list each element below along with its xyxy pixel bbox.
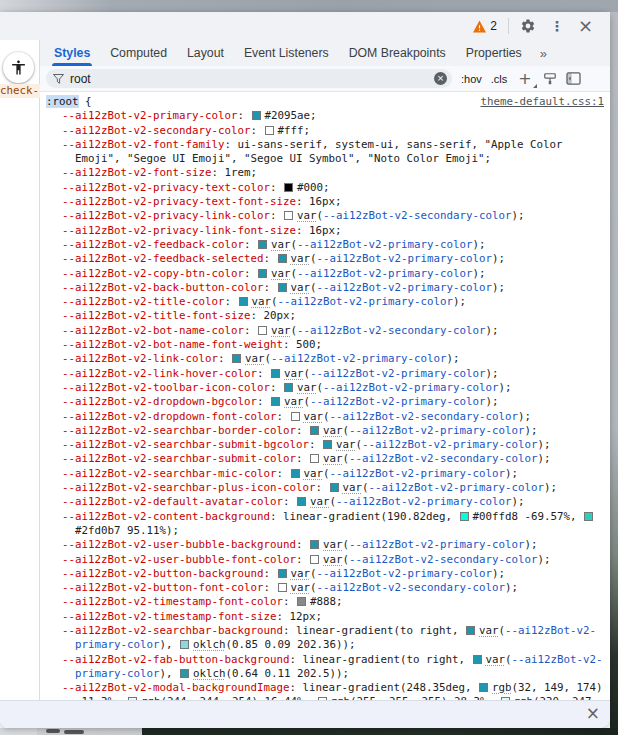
css-declaration[interactable]: --ai12zBot-v2-dropdown-bgcolor: var(--ai… xyxy=(46,395,604,409)
css-function-name[interactable]: var xyxy=(304,410,324,423)
css-function-name[interactable]: var xyxy=(323,452,343,465)
css-declaration[interactable]: --ai12zBot-v2-privacy-link-color: var(--… xyxy=(46,209,604,223)
css-variable-link[interactable]: --ai12zBot-v2-primary-color xyxy=(310,395,486,408)
color-swatch[interactable] xyxy=(265,126,274,135)
css-variable-link[interactable]: --ai12zBot-v2-primary-color xyxy=(271,352,447,365)
css-variable-link[interactable]: --ai12zBot-v2-primary-color xyxy=(297,267,473,280)
rule-selector[interactable]: :root xyxy=(46,95,79,108)
css-function-name[interactable]: var xyxy=(245,352,265,365)
css-variable-link[interactable]: --ai12zBot-v2-primary-color xyxy=(317,252,493,265)
property-name[interactable]: --ai12zBot-v2-timestamp-font-size xyxy=(62,610,277,623)
css-declaration[interactable]: --ai12zBot-v2-toolbar-icon-color: var(--… xyxy=(46,381,604,395)
property-name[interactable]: --ai12zBot-v2-feedback-selected xyxy=(62,252,264,265)
css-function-name[interactable]: var xyxy=(291,567,311,580)
css-variable-link[interactable]: --ai12zBot-v2-primary-color xyxy=(317,281,493,294)
color-swatch[interactable] xyxy=(310,555,319,564)
css-declaration[interactable]: --ai12zBot-v2-title-color: var(--ai12zBo… xyxy=(46,295,604,309)
styles-rules-area[interactable]: theme-default.css:1 :root { --ai12zBot-v… xyxy=(40,92,610,700)
css-declaration[interactable]: --ai12zBot-v2-title-font-size: 20px; xyxy=(46,309,604,323)
color-swatch[interactable] xyxy=(278,569,287,578)
property-name[interactable]: --ai12zBot-v2-privacy-link-color xyxy=(62,209,270,222)
color-swatch[interactable] xyxy=(232,354,241,363)
property-name[interactable]: --ai12zBot-v2-privacy-text-font-size xyxy=(62,195,296,208)
color-swatch[interactable] xyxy=(291,469,300,478)
color-swatch[interactable] xyxy=(460,512,469,521)
property-name[interactable]: --ai12zBot-v2-bot-name-font-weight xyxy=(62,338,283,351)
css-declaration[interactable]: --ai12zBot-v2-feedback-color: var(--ai12… xyxy=(46,238,604,252)
property-name[interactable]: --ai12zBot-v2-button-font-color xyxy=(62,581,264,594)
color-swatch[interactable] xyxy=(310,454,319,463)
css-declaration[interactable]: --ai12zBot-v2-fab-button-background: lin… xyxy=(46,653,604,682)
color-swatch[interactable] xyxy=(284,183,293,192)
property-name[interactable]: --ai12zBot-v2-primary-color xyxy=(62,109,238,122)
css-function-name[interactable]: var xyxy=(323,538,343,551)
property-name[interactable]: --ai12zBot-v2-user-bubble-font-color xyxy=(62,553,296,566)
color-swatch[interactable] xyxy=(258,269,267,278)
css-variable-link[interactable]: --ai12zBot-v2-primary-color xyxy=(323,381,499,394)
css-function-name[interactable]: var xyxy=(271,267,291,280)
css-variable-link[interactable]: --ai12zBot-v2-primary-color xyxy=(297,238,473,251)
css-declaration[interactable]: --ai12zBot-v2-privacy-text-font-size: 16… xyxy=(46,195,604,209)
css-function-name[interactable]: var xyxy=(343,481,363,494)
new-style-rule-button[interactable]: + xyxy=(516,71,533,87)
color-swatch[interactable] xyxy=(466,626,475,635)
css-declaration[interactable]: --ai12zBot-v2-searchbar-submit-bgcolor: … xyxy=(46,438,604,452)
color-swatch[interactable] xyxy=(284,383,293,392)
property-name[interactable]: --ai12zBot-v2-searchbar-border-color xyxy=(62,424,296,437)
css-function-name[interactable]: var xyxy=(310,495,330,508)
css-function-name[interactable]: var xyxy=(291,581,311,594)
color-swatch[interactable] xyxy=(479,683,488,692)
color-swatch[interactable] xyxy=(473,655,482,664)
toggle-element-state-button[interactable]: :hov xyxy=(461,73,482,85)
property-name[interactable]: --ai12zBot-v2-user-bubble-background xyxy=(62,538,296,551)
property-name[interactable]: --ai12zBot-v2-dropdown-bgcolor xyxy=(62,395,257,408)
toggle-sidebar-button[interactable] xyxy=(566,72,581,85)
css-declaration[interactable]: --ai12zBot-v2-searchbar-plus-icon-color:… xyxy=(46,481,604,495)
css-declaration[interactable]: --ai12zBot-v2-privacy-text-color: #000; xyxy=(46,181,604,195)
property-name[interactable]: --ai12zBot-v2-feedback-color xyxy=(62,238,244,251)
element-attribute-fragment[interactable]: check- xyxy=(0,84,40,98)
css-function-name[interactable]: rgb xyxy=(492,681,512,694)
property-name[interactable]: --ai12zBot-v2-secondary-color xyxy=(62,124,251,137)
css-function-name[interactable]: oklch xyxy=(193,667,226,680)
css-declaration[interactable]: --ai12zBot-v2-default-avatar-color: var(… xyxy=(46,495,604,509)
color-swatch[interactable] xyxy=(271,397,280,406)
accessibility-widget[interactable] xyxy=(3,52,34,83)
css-variable-link[interactable]: --ai12zBot-v2-primary-color xyxy=(330,467,506,480)
css-function-name[interactable]: var xyxy=(336,438,356,451)
css-declaration[interactable]: --ai12zBot-v2-copy-btn-color: var(--ai12… xyxy=(46,267,604,281)
color-swatch[interactable] xyxy=(310,540,319,549)
css-variable-link[interactable]: --ai12zBot-v2-primary-color xyxy=(278,295,454,308)
css-declaration[interactable]: --ai12zBot-v2-bot-name-font-weight: 500; xyxy=(46,338,604,352)
css-declaration[interactable]: --ai12zBot-v2-timestamp-font-color: #888… xyxy=(46,595,604,609)
property-name[interactable]: --ai12zBot-v2-default-avatar-color xyxy=(62,495,283,508)
css-variable-link[interactable]: --ai12zBot-v2-primary-color xyxy=(310,367,486,380)
css-declaration[interactable]: --ai12zBot-v2-user-bubble-background: va… xyxy=(46,538,604,552)
color-swatch[interactable] xyxy=(258,326,267,335)
clear-filter-button[interactable]: × xyxy=(434,72,447,85)
tab-dom-breakpoints[interactable]: DOM Breakpoints xyxy=(339,40,456,66)
property-name[interactable]: --ai12zBot-v2-modal-backgroundImage xyxy=(62,681,290,694)
tab-properties[interactable]: Properties xyxy=(456,40,532,66)
property-name[interactable]: --ai12zBot-v2-searchbar-submit-bgcolor xyxy=(62,438,309,451)
close-drawer-button[interactable]: × xyxy=(586,705,600,722)
color-swatch[interactable] xyxy=(297,597,306,606)
color-swatch[interactable] xyxy=(252,111,261,120)
css-declaration[interactable]: --ai12zBot-v2-user-bubble-font-color: va… xyxy=(46,553,604,567)
css-variable-link[interactable]: --ai12zBot-v2-primary-color xyxy=(349,424,525,437)
css-declaration[interactable]: --ai12zBot-v2-dropdown-font-color: var(-… xyxy=(46,410,604,424)
css-declaration[interactable]: --ai12zBot-v2-timestamp-font-size: 12px; xyxy=(46,610,604,624)
css-variable-link[interactable]: --ai12zBot-v2-primary-color xyxy=(336,495,512,508)
color-swatch[interactable] xyxy=(297,497,306,506)
css-declaration[interactable]: --ai12zBot-v2-secondary-color: #fff; xyxy=(46,124,604,138)
more-options-button[interactable]: ⋮ xyxy=(543,14,571,38)
rendering-emulation-button[interactable] xyxy=(543,72,557,86)
css-declaration[interactable]: --ai12zBot-v2-font-size: 1rem; xyxy=(46,166,604,180)
color-swatch[interactable] xyxy=(291,412,300,421)
css-variable-link[interactable]: --ai12zBot-v2-primary-color xyxy=(349,538,525,551)
css-declaration[interactable]: --ai12zBot-v2-bot-name-color: var(--ai12… xyxy=(46,324,604,338)
css-declaration[interactable]: --ai12zBot-v2-button-background: var(--a… xyxy=(46,567,604,581)
property-name[interactable]: --ai12zBot-v2-font-family xyxy=(62,138,225,151)
property-name[interactable]: --ai12zBot-v2-content-background xyxy=(62,510,270,523)
property-name[interactable]: --ai12zBot-v2-timestamp-font-color xyxy=(62,595,283,608)
